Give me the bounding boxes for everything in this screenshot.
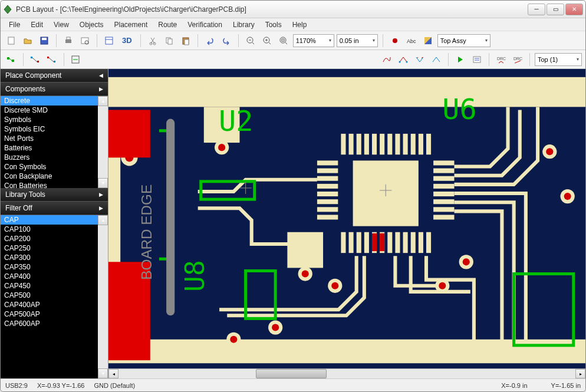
- filter-header[interactable]: Filter Off ▶: [1, 202, 108, 215]
- route-icon-3[interactable]: [45, 52, 59, 67]
- menu-route[interactable]: Route: [153, 19, 182, 30]
- drc-icon-2[interactable]: DRC: [511, 52, 525, 67]
- category-item[interactable]: Buzzers: [1, 153, 108, 162]
- category-item[interactable]: Batteries: [1, 143, 108, 153]
- category-item[interactable]: Con Backplane: [1, 172, 108, 181]
- part-item[interactable]: CAP500: [1, 291, 108, 300]
- scroll-thumb[interactable]: [256, 369, 327, 378]
- maximize-button[interactable]: ▭: [547, 4, 564, 15]
- menu-help[interactable]: Help: [288, 19, 312, 30]
- layer-text-icon[interactable]: Abc: [404, 34, 419, 48]
- svg-rect-28: [7, 57, 9, 60]
- part-item[interactable]: CAP200: [1, 234, 108, 243]
- save-icon[interactable]: [37, 34, 51, 48]
- app-icon: [3, 5, 12, 14]
- wire-icon-1[interactable]: [380, 52, 394, 67]
- category-item[interactable]: Net Ports: [1, 134, 108, 143]
- svg-text:U8: U8: [180, 260, 210, 292]
- route-icon-1[interactable]: [4, 52, 18, 67]
- cut-icon[interactable]: [146, 34, 160, 48]
- zoom-in-icon[interactable]: [260, 34, 274, 48]
- library-tools-header[interactable]: Library Tools ▶: [1, 188, 108, 202]
- layer-contrast-icon[interactable]: [421, 34, 435, 48]
- category-item[interactable]: Discrete SMD: [1, 106, 108, 115]
- wire-icon-3[interactable]: [413, 52, 427, 67]
- menu-file[interactable]: File: [4, 19, 25, 30]
- svg-rect-90: [433, 199, 454, 204]
- svg-rect-73: [403, 232, 408, 253]
- app-window: PCB Layout - [C:\TeelEngineering\OldProj…: [0, 0, 586, 392]
- titleblock-icon[interactable]: [102, 34, 116, 48]
- category-item[interactable]: Symbols: [1, 115, 108, 124]
- part-item[interactable]: CAP350: [1, 262, 108, 272]
- part-item[interactable]: CAP100: [1, 225, 108, 234]
- grid-value: 0.05 in: [340, 37, 359, 44]
- svg-rect-87: [433, 176, 454, 181]
- svg-point-94: [218, 144, 225, 151]
- svg-point-104: [546, 148, 553, 155]
- drc-icon[interactable]: DRC: [494, 52, 508, 67]
- part-item[interactable]: CAP450: [1, 281, 108, 291]
- category-item[interactable]: Con Symbols: [1, 162, 108, 172]
- wire-icon-2[interactable]: [396, 52, 410, 67]
- part-item[interactable]: CAP600AP: [1, 319, 108, 328]
- svg-rect-35: [54, 61, 55, 62]
- pcb-canvas[interactable]: U2 U6 U8 BOARD EDGE: [108, 69, 585, 368]
- copy-icon[interactable]: [162, 34, 176, 48]
- part-item[interactable]: CAP300: [1, 253, 108, 262]
- zoom-out-icon[interactable]: [243, 34, 258, 48]
- svg-rect-86: [433, 169, 454, 173]
- menu-objects[interactable]: Objects: [75, 19, 108, 30]
- close-button[interactable]: ✕: [565, 4, 583, 15]
- parts-scrollbar[interactable]: ▴▾: [98, 215, 108, 378]
- wire-icon-4[interactable]: [429, 52, 443, 67]
- svg-rect-75: [419, 232, 423, 253]
- canvas-hscroll[interactable]: ◂ ▸: [108, 368, 585, 378]
- menu-tools[interactable]: Tools: [261, 19, 287, 30]
- route-layer-combo[interactable]: Top (1): [535, 53, 582, 66]
- svg-rect-58: [380, 134, 384, 154]
- minimize-button[interactable]: ─: [528, 4, 545, 15]
- zoom-combo[interactable]: 1170%: [293, 34, 334, 47]
- scroll-right-icon[interactable]: ▸: [575, 369, 585, 378]
- svg-rect-88: [433, 184, 454, 189]
- preview-icon[interactable]: [78, 34, 92, 48]
- category-item[interactable]: Discrete: [1, 96, 108, 106]
- menu-edit[interactable]: Edit: [26, 19, 48, 30]
- category-scrollbar[interactable]: ▴▾: [98, 96, 108, 188]
- titlebar: PCB Layout - [C:\TeelEngineering\OldProj…: [1, 1, 585, 18]
- svg-point-100: [439, 282, 446, 289]
- new-icon[interactable]: [4, 34, 18, 48]
- route-icon-4[interactable]: [69, 52, 83, 67]
- print-icon[interactable]: [61, 34, 75, 48]
- zoom-fit-icon[interactable]: [276, 34, 291, 48]
- redo-icon[interactable]: [219, 34, 233, 48]
- open-icon[interactable]: [21, 34, 35, 48]
- route-setup-icon[interactable]: [470, 52, 484, 67]
- svg-rect-3: [65, 39, 71, 43]
- layer-combo[interactable]: Top Assy: [437, 34, 490, 47]
- run-icon[interactable]: [453, 52, 468, 67]
- menu-library[interactable]: Library: [228, 19, 259, 30]
- place-component-header[interactable]: Place Component ◀: [1, 69, 108, 83]
- svg-point-98: [331, 282, 338, 289]
- scroll-left-icon[interactable]: ◂: [108, 369, 118, 378]
- menu-verification[interactable]: Verification: [183, 19, 227, 30]
- part-item[interactable]: CAP: [1, 215, 108, 225]
- part-item[interactable]: CAP250: [1, 243, 108, 253]
- category-item[interactable]: Symbols EIC: [1, 124, 108, 134]
- part-item[interactable]: CAP400AP: [1, 300, 108, 309]
- part-item[interactable]: CAP500AP: [1, 309, 108, 319]
- menu-view[interactable]: View: [49, 19, 74, 30]
- components-header[interactable]: Components ▶: [1, 83, 108, 96]
- paste-icon[interactable]: [179, 34, 193, 48]
- grid-combo[interactable]: 0.05 in: [337, 34, 378, 47]
- undo-icon[interactable]: [203, 34, 217, 48]
- category-item[interactable]: Con Batteries: [1, 181, 108, 188]
- svg-rect-56: [364, 134, 369, 154]
- menu-placement[interactable]: Placement: [110, 19, 153, 30]
- layer-toggle-icon[interactable]: [388, 34, 402, 48]
- 3d-button[interactable]: 3D: [118, 35, 136, 46]
- part-item[interactable]: CAP400: [1, 272, 108, 281]
- route-icon-2[interactable]: [28, 52, 42, 67]
